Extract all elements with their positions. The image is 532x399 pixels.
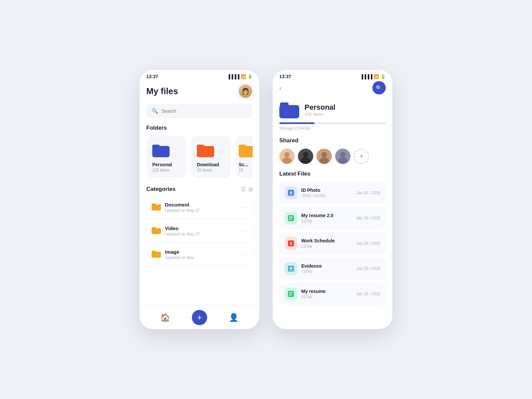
file-name-resume2: My resume 2.0 (301, 213, 352, 218)
file-svg-green2 (287, 290, 295, 298)
file-item-schedule[interactable]: X Work Schedule 237kb Jan 29 / 2020 (279, 232, 386, 254)
view-toggle[interactable]: ☰ ⊞ (241, 186, 253, 193)
bottom-nav: 🏠 + 👤 (140, 305, 259, 329)
more-options-video[interactable]: ··· (241, 227, 247, 234)
profile-icon[interactable]: 👤 (229, 313, 239, 322)
battery-icon-right: 🔋 (380, 74, 386, 79)
battery-icon: 🔋 (247, 74, 253, 79)
file-item-resume2[interactable]: My resume 2.0 537kb Jan 29 / 2020 (279, 207, 386, 229)
status-bar-left: 13:37 ▐▐▐▐ 📶 🔋 (140, 70, 259, 81)
file-item-id-photo[interactable]: ID Photo .PGN / 537kb Jan 30 / 2020 (279, 182, 386, 204)
search-button[interactable]: 🔍 (372, 81, 386, 94)
status-time-left: 13:37 (146, 74, 158, 79)
file-icon-resume2 (285, 212, 297, 224)
category-date-video: Updated on May 27 (165, 232, 237, 236)
file-meta-evidence: 737kb (301, 269, 352, 274)
category-info-document: Document Updated on May 27 (165, 202, 237, 213)
add-button[interactable]: + (192, 310, 207, 325)
categories-section-title: Categories (146, 186, 176, 193)
folder-card-personal[interactable]: Personal 125 Items (146, 136, 186, 178)
svg-point-25 (338, 157, 347, 164)
file-info-schedule: Work Schedule 237kb (301, 238, 352, 249)
svg-rect-7 (152, 203, 156, 205)
category-info-image: Image Updated on May (165, 249, 237, 260)
folder-icon-video (152, 226, 161, 236)
file-name-schedule: Work Schedule (301, 238, 352, 243)
svg-rect-5 (239, 145, 246, 148)
file-icon-id-photo (285, 187, 297, 199)
shared-user-2[interactable] (298, 149, 313, 164)
search-icon: 🔍 (152, 108, 158, 114)
file-svg-teal (287, 265, 295, 272)
signal-icon-right: ▐▐▐▐ (360, 74, 372, 79)
folder-icon-large (279, 101, 299, 118)
search-input[interactable] (162, 108, 247, 114)
file-item-resume[interactable]: My resume 537kb Jan 16 / 2020 (279, 283, 386, 305)
latest-files-title: Latest Files (279, 171, 386, 177)
avatar-svg-3 (317, 149, 332, 164)
status-icons-left: ▐▐▐▐ 📶 🔋 (227, 74, 253, 79)
folder-name-school: Sc... (239, 162, 248, 167)
grid-view-icon[interactable]: ⊞ (248, 186, 253, 193)
category-name-image: Image (165, 249, 237, 255)
nav-row: ‹ 🔍 (279, 81, 386, 94)
svg-point-16 (282, 157, 292, 164)
more-options-image[interactable]: ··· (241, 251, 247, 258)
svg-point-19 (301, 157, 310, 164)
more-options-document[interactable]: ··· (241, 204, 247, 211)
category-date-image: Updated on May (165, 255, 237, 260)
svg-point-18 (303, 152, 308, 157)
file-info-id-photo: ID Photo .PGN / 537kb (301, 188, 352, 198)
categories-header: Categories ☰ ⊞ (146, 186, 253, 193)
category-item-video[interactable]: Video Updated on May 27 ··· (146, 221, 253, 241)
svg-rect-9 (152, 227, 156, 229)
page-title: My files (146, 86, 178, 96)
shared-user-3[interactable] (317, 149, 332, 164)
right-phone-content: ‹ 🔍 Personal 125 Items Storage:21/64GB (273, 81, 392, 327)
file-icon-resume (285, 288, 297, 300)
search-bar[interactable]: 🔍 (146, 104, 253, 118)
file-info-resume2: My resume 2.0 537kb (301, 213, 352, 223)
avatar-svg-1 (279, 149, 295, 164)
folder-svg-yellow (239, 143, 253, 157)
category-date-document: Updated on May 27 (165, 208, 237, 213)
svg-rect-39 (289, 292, 293, 293)
svg-point-36 (290, 267, 292, 270)
home-icon[interactable]: 🏠 (160, 313, 170, 322)
add-shared-user-button[interactable]: + (354, 149, 369, 164)
list-view-icon[interactable]: ☰ (241, 186, 246, 193)
folder-card-download[interactable]: Download 35 Items (191, 136, 231, 178)
storage-bar-fill (279, 122, 315, 124)
folder-count-download: 35 Items (197, 168, 212, 173)
folder-title-info: Personal 125 Items (305, 103, 335, 117)
file-svg-red: X (287, 240, 295, 247)
file-date-schedule: Jan 29 / 2020 (356, 241, 380, 246)
folder-item-count: 125 Items (305, 112, 335, 117)
signal-icon: ▐▐▐▐ (227, 74, 239, 79)
svg-rect-32 (289, 219, 292, 220)
category-item-image[interactable]: Image Updated on May ··· (146, 244, 253, 265)
avatar-image: 👩 (239, 84, 252, 98)
file-date-resume2: Jan 29 / 2020 (356, 216, 380, 220)
file-name-id-photo: ID Photo (301, 188, 352, 193)
folders-row: Personal 125 Items Download 35 Items (146, 136, 253, 178)
svg-point-21 (322, 152, 327, 157)
file-meta-resume: 537kb (301, 295, 352, 299)
back-button[interactable]: ‹ (279, 84, 282, 92)
shared-user-4[interactable] (335, 149, 350, 164)
folder-icon-document (152, 202, 161, 213)
wifi-icon-right: 📶 (374, 74, 379, 79)
avatar[interactable]: 👩 (238, 84, 253, 98)
shared-section-title: Shared (279, 137, 386, 144)
file-item-evidence[interactable]: Evidence 737kb Jan 23 / 2020 (279, 258, 386, 280)
svg-rect-3 (197, 145, 204, 148)
shared-user-1[interactable] (279, 149, 295, 164)
folder-card-school[interactable]: Sc... 15 (235, 136, 253, 178)
status-bar-right: 13:37 ▐▐▐▐ 📶 🔋 (273, 70, 392, 81)
category-info-video: Video Updated on May 27 (165, 225, 237, 236)
svg-rect-37 (289, 270, 293, 271)
file-date-evidence: Jan 23 / 2020 (356, 266, 380, 271)
category-item-document[interactable]: Document Updated on May 27 ··· (146, 197, 253, 217)
avatar-svg-4 (335, 149, 350, 164)
category-name-document: Document (165, 202, 237, 207)
